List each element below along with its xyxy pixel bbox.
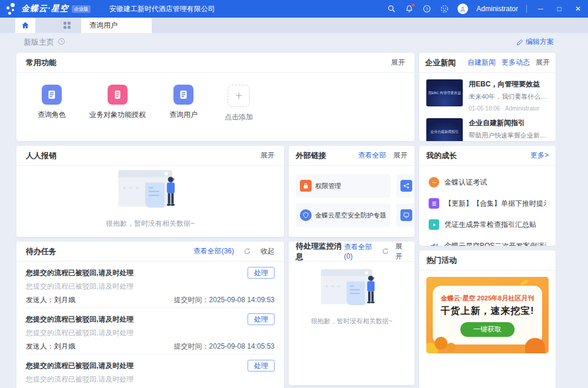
handle-button[interactable]: 处理 (248, 313, 275, 325)
user-name[interactable]: Administrator (476, 5, 518, 13)
handle-button[interactable]: 处理 (248, 267, 275, 279)
card-my-growth: 我的成长 更多> 金蝶认证考试 【更新】【合集】单据下推时提示：不符合下推条件 (419, 146, 556, 246)
card-hot-activity: 热门活动 金蝶云·星空 2025年8月社区月刊 干货上新，速来挖宝! 一键获取 (419, 250, 556, 388)
speaker-icon (429, 240, 439, 246)
link-label: 权限管理 (315, 182, 341, 190)
home-tab[interactable] (15, 18, 35, 33)
history-clock-icon[interactable] (58, 38, 65, 47)
maximize-button[interactable]: □ (554, 4, 564, 14)
fruit-decoration (446, 343, 456, 352)
growth-item-bos-demo[interactable]: 金蝶云星空BOS二次开发案例演示 (429, 235, 546, 246)
page-title-row: 新版主页 (24, 37, 65, 48)
link-basic-data-assign[interactable]: 基础资料分配 (396, 174, 415, 198)
growth-more-link[interactable]: 更多> (530, 150, 549, 160)
handle-button[interactable]: 处理 (248, 360, 275, 372)
news-thumbnail: 用EBC 向管理要效益 (426, 79, 463, 106)
notification-bell-icon[interactable] (405, 4, 414, 14)
card-enterprise-news: 企业新闻 自建新闻 更多动态 展开 用EBC 向管理要效益 用EBC，向管理要效… (419, 53, 556, 141)
growth-label: 【更新】【合集】单据下推时提示：不符合下推条件 (445, 199, 546, 209)
share-nodes-icon (400, 180, 412, 192)
card-monitor-messages: 待处理监控消息 查看全部(0) 展开 很抱歉，暂时没有相关数据~ (289, 242, 415, 385)
external-links-view-all[interactable]: 查看全部 (358, 150, 386, 160)
link-permission-mgmt[interactable]: 权限管理 (296, 174, 390, 198)
banner-headline: 干货上新，速来挖宝! (440, 305, 534, 317)
edit-scheme-link[interactable]: 编辑方案 (516, 37, 554, 47)
todo-task: 您提交的流程已被驳回,请及时处理 处理 您提交的流程已被驳回,请及时处理 发送人… (16, 354, 284, 388)
todo-view-all[interactable]: 查看全部(36) (193, 246, 234, 256)
growth-title: 我的成长 (426, 150, 457, 161)
bush-decoration (525, 338, 545, 353)
task-time: 提交时间：2025-09-08 14:09:53 (174, 295, 275, 305)
refresh-icon[interactable] (243, 247, 251, 255)
user-avatar[interactable] (457, 4, 468, 14)
news-thumbnail: 企业自建新闻指引 (426, 118, 463, 141)
search-icon[interactable] (387, 4, 396, 14)
tab-query-user[interactable]: 查询用户 (81, 18, 152, 33)
refresh-icon[interactable] (382, 247, 389, 255)
growth-item-cert-exam[interactable]: 金蝶认证考试 (429, 172, 546, 193)
news-create-link[interactable]: 自建新闻 (467, 58, 496, 68)
logo-dots-icon (6, 2, 19, 15)
external-links-title: 外部链接 (296, 150, 326, 161)
function-object-auth[interactable]: 业务对象功能授权 (89, 85, 146, 122)
lock-icon (300, 180, 312, 192)
banner-get-button[interactable]: 一键获取 (460, 322, 514, 337)
activity-title: 热门活动 (426, 255, 457, 266)
news-item[interactable]: 企业自建新闻指引 企业自建新闻指引 帮助用户快速掌握企业新闻的发布方法 01-0… (419, 112, 556, 141)
page-title: 新版主页 (24, 37, 54, 48)
feedback-icon[interactable] (440, 4, 449, 14)
function-label: 查询用户 (169, 110, 198, 120)
news-expand[interactable]: 展开 (536, 58, 550, 68)
common-functions-expand[interactable]: 展开 (391, 58, 405, 68)
growth-label: 凭证生成异常检查指引汇总贴 (445, 220, 536, 230)
news-more-link[interactable]: 更多动态 (502, 58, 530, 68)
monitor-view-all[interactable]: 查看全部(0) (344, 242, 376, 260)
company-name: 安徽建工新时代酒店管理有限公司 (109, 4, 215, 14)
close-button[interactable]: ✕ (573, 4, 583, 14)
news-item[interactable]: 用EBC 向管理要效益 用EBC，向管理要效益 未来40年，我们要靠什么？我们更… (419, 73, 556, 112)
reimbursement-title: 人人报销 (26, 150, 56, 161)
function-label: 业务对象功能授权 (89, 110, 146, 120)
task-time: 提交时间：2025-09-08 14:05:53 (174, 342, 275, 352)
function-query-role[interactable]: 查询角色 (34, 85, 69, 122)
monitor-expand[interactable]: 展开 (395, 242, 407, 262)
task-subtitle: 您提交的流程已被驳回,请及时处理 (26, 373, 275, 386)
activity-banner[interactable]: 金蝶云·星空 2025年8月社区月刊 干货上新，速来挖宝! 一键获取 (426, 277, 549, 353)
task-title: 您提交的流程已被驳回,请及时处理 (26, 315, 133, 325)
function-label: 点击添加 (225, 112, 253, 122)
app-logo: 金蝶云·星空 企业版 (6, 2, 91, 15)
function-query-user[interactable]: 查询用户 (166, 85, 201, 122)
minimize-button[interactable]: ─ (535, 4, 546, 14)
news-item-desc: 帮助用户快速掌握企业新闻的发布方法 (469, 131, 549, 140)
document-icon (108, 85, 128, 105)
todo-collapse[interactable]: 收起 (260, 246, 275, 256)
link-security-topic[interactable]: 金蝶云星空安全防护专题 (296, 203, 390, 227)
todo-task: 您提交的流程已被驳回,请及时处理 处理 您提交的流程已被驳回,请及时处理 发送人… (16, 308, 284, 354)
menu-grid-icon[interactable] (64, 22, 71, 29)
growth-item-push-tip[interactable]: 【更新】【合集】单据下推时提示：不符合下推条件 (429, 193, 546, 214)
link-client-guide[interactable]: 玩转金蝶云星空客户端 (396, 203, 415, 227)
monitor-title: 待处理监控消息 (296, 242, 344, 262)
tab-label: 查询用户 (89, 21, 118, 31)
task-subtitle: 您提交的流程已被驳回,请及时处理 (26, 326, 275, 339)
todo-title: 待办任务 (26, 246, 56, 257)
reimbursement-expand[interactable]: 展开 (260, 150, 275, 160)
notification-dot (412, 4, 415, 6)
task-subtitle: 您提交的流程已被驳回,请及时处理 (26, 280, 275, 293)
video-play-icon (429, 219, 439, 230)
growth-item-voucher-check[interactable]: 凭证生成异常检查指引汇总贴 (429, 214, 546, 235)
titlebar: 金蝶云·星空 企业版 安徽建工新时代酒店管理有限公司 ? Administrat… (0, 0, 588, 18)
task-title: 您提交的流程已被驳回,请及时处理 (26, 268, 133, 278)
titlebar-divider (526, 5, 527, 13)
empty-state-illustration (114, 168, 186, 212)
monitor-icon (400, 209, 412, 221)
external-links-expand[interactable]: 展开 (393, 150, 407, 160)
chat-bubble-icon (429, 177, 439, 188)
news-item-desc: 未来40年，我们要靠什么？我们更应该靠管理 (469, 92, 549, 101)
link-label: 金蝶云星空安全防护专题 (315, 211, 386, 220)
function-add[interactable]: + 点击添加 (221, 85, 256, 122)
pencil-icon (516, 39, 523, 46)
growth-label: 金蝶云星空BOS二次开发案例演示 (445, 241, 546, 246)
help-icon[interactable]: ? (422, 4, 432, 14)
card-external-links: 外部链接 查看全部 展开 权限管理 基础资料分配 (289, 146, 415, 237)
